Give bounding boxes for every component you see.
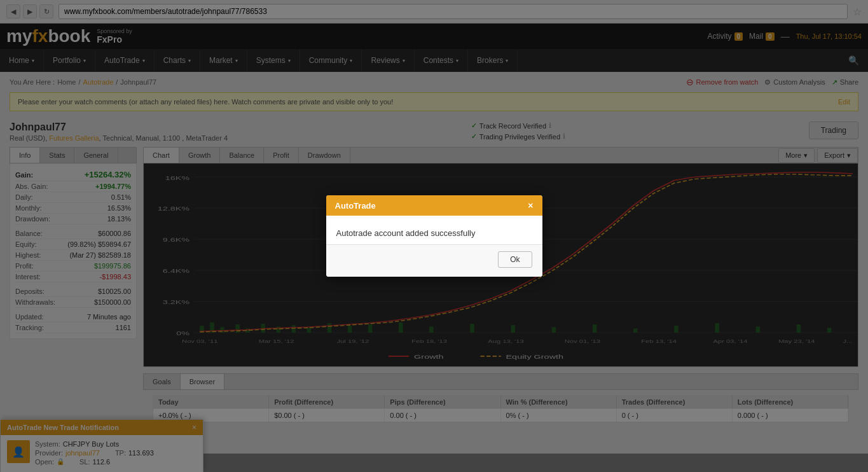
modal-footer: Ok: [326, 244, 542, 277]
modal-message: Autotrade account added successfully: [336, 228, 532, 238]
modal-overlay: AutoTrade × Autotrade account added succ…: [0, 0, 868, 454]
modal-ok-button[interactable]: Ok: [498, 251, 532, 268]
autotrade-modal: AutoTrade × Autotrade account added succ…: [326, 195, 542, 277]
modal-body: Autotrade account added successfully: [326, 216, 542, 244]
modal-title: AutoTrade: [335, 201, 376, 211]
modal-header: AutoTrade ×: [326, 195, 542, 216]
modal-close-button[interactable]: ×: [528, 200, 533, 211]
